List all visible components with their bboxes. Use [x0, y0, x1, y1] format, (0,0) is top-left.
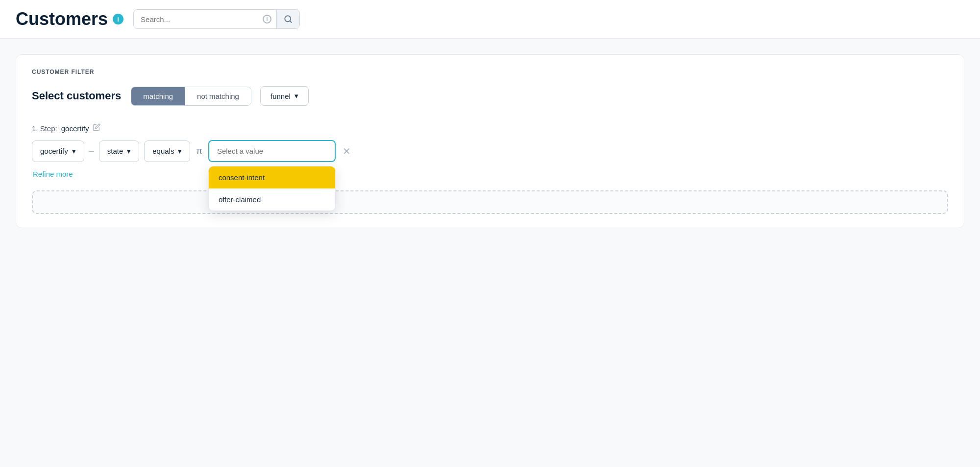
search-info-icon[interactable]: i [258, 15, 276, 23]
add-step-area[interactable] [32, 190, 948, 214]
funnel-label: funnel [270, 92, 291, 100]
select-customers-label: Select customers [32, 90, 121, 102]
step-name: gocertify [61, 124, 89, 133]
state-dropdown[interactable]: state ▾ [99, 140, 140, 162]
page-title: Customers i [16, 9, 123, 29]
select-customers-row: Select customers matching not matching f… [32, 86, 948, 106]
remove-filter-button[interactable]: ✕ [341, 143, 353, 159]
equals-dropdown[interactable]: equals ▾ [144, 140, 190, 162]
search-input[interactable] [134, 10, 258, 28]
dash-separator: – [89, 146, 94, 156]
edit-icon[interactable] [93, 123, 100, 133]
value-dropdown-menu: consent-intent offer-claimed [208, 166, 336, 211]
toggle-group: matching not matching [131, 87, 251, 106]
header: Customers i i [0, 0, 980, 39]
filter-row: gocertify ▾ – state ▾ equals ▾ π [32, 140, 948, 162]
gocertify-dropdown[interactable]: gocertify ▾ [32, 140, 84, 162]
title-info-icon[interactable]: i [113, 14, 123, 24]
refine-more-button[interactable]: Refine more [33, 170, 73, 178]
filter-section-label: CUSTOMER FILTER [32, 69, 948, 75]
equals-chevron-icon: ▾ [178, 147, 182, 156]
svg-line-1 [290, 21, 292, 22]
search-button[interactable] [276, 10, 299, 28]
funnel-chevron-icon: ▾ [294, 92, 298, 100]
step-prefix: 1. Step: [32, 124, 57, 133]
filter-card: CUSTOMER FILTER Select customers matchin… [16, 54, 964, 228]
funnel-dropdown-button[interactable]: funnel ▾ [260, 86, 309, 106]
close-icon: ✕ [343, 145, 351, 157]
state-chevron-icon: ▾ [127, 147, 131, 156]
gocertify-chevron-icon: ▾ [72, 147, 76, 156]
toggle-matching-button[interactable]: matching [131, 87, 185, 105]
main-content: CUSTOMER FILTER Select customers matchin… [0, 39, 980, 228]
refine-more-section: Refine more [33, 170, 948, 179]
pi-icon: π [196, 146, 202, 156]
dropdown-item-consent-intent[interactable]: consent-intent [209, 166, 335, 188]
step-section: 1. Step: gocertify gocertify ▾ – [32, 123, 948, 179]
value-input-wrapper: consent-intent offer-claimed [208, 140, 336, 162]
equals-label: equals [152, 147, 174, 155]
dropdown-item-offer-claimed[interactable]: offer-claimed [209, 188, 335, 210]
gocertify-label: gocertify [40, 147, 68, 155]
toggle-not-matching-button[interactable]: not matching [185, 87, 251, 105]
value-input[interactable] [208, 140, 336, 162]
search-bar: i [133, 9, 300, 29]
state-label: state [107, 147, 123, 155]
step-label: 1. Step: gocertify [32, 123, 948, 133]
title-text: Customers [16, 9, 108, 29]
